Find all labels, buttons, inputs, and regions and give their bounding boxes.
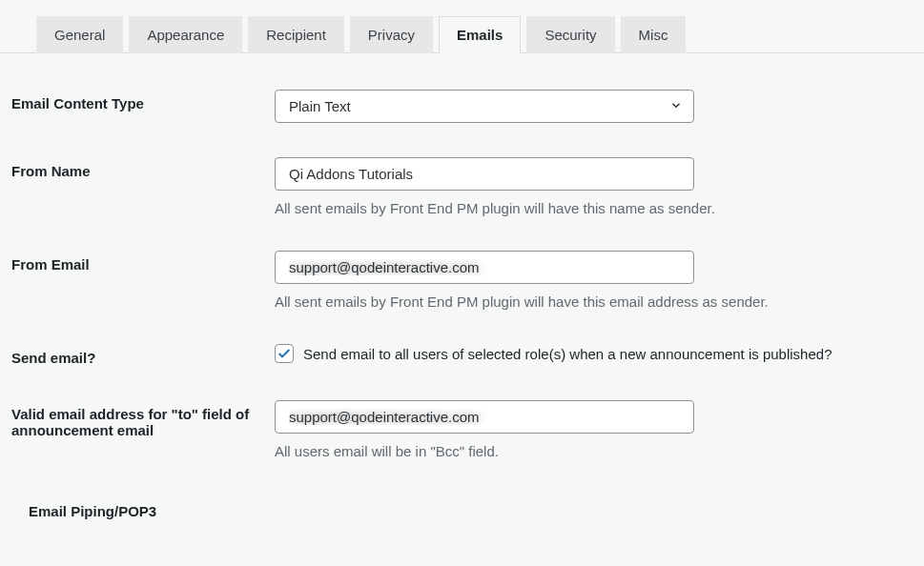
row-valid-email: Valid email address for "to" field of an… [0, 383, 924, 476]
tab-privacy[interactable]: Privacy [350, 16, 433, 53]
from-name-description: All sent emails by Front End PM plugin w… [275, 200, 913, 216]
label-email-content-type: Email Content Type [11, 90, 275, 111]
label-valid-email: Valid email address for "to" field of an… [11, 400, 275, 438]
label-from-email: From Email [11, 251, 275, 273]
row-send-email: Send email? Send email to all users of s… [0, 327, 924, 383]
row-from-name: From Name All sent emails by Front End P… [0, 140, 924, 233]
select-wrap: Plain Text [275, 90, 694, 123]
tab-security[interactable]: Security [526, 16, 614, 53]
send-email-checkbox[interactable] [275, 344, 294, 363]
tab-general[interactable]: General [36, 16, 123, 53]
tabs-container: General Appearance Recipient Privacy Ema… [0, 0, 924, 53]
form-table: Email Content Type Plain Text From Name … [0, 72, 924, 531]
from-name-input[interactable] [275, 157, 694, 191]
tab-emails[interactable]: Emails [439, 16, 521, 53]
email-content-type-select[interactable]: Plain Text [275, 90, 694, 123]
section-heading-email-piping: Email Piping/POP3 [0, 476, 924, 531]
valid-email-input[interactable] [275, 400, 694, 434]
row-email-content-type: Email Content Type Plain Text [0, 72, 924, 140]
tab-appearance[interactable]: Appearance [129, 16, 242, 53]
send-email-checkbox-label: Send email to all users of selected role… [303, 346, 832, 362]
tab-recipient[interactable]: Recipient [248, 16, 344, 53]
label-from-name: From Name [11, 157, 275, 179]
valid-email-description: All users email will be in "Bcc" field. [275, 443, 913, 459]
label-send-email: Send email? [11, 344, 275, 366]
checkbox-wrap: Send email to all users of selected role… [275, 344, 913, 363]
from-email-input[interactable] [275, 251, 694, 284]
row-from-email: From Email All sent emails by Front End … [0, 233, 924, 327]
from-email-description: All sent emails by Front End PM plugin w… [275, 293, 913, 310]
tab-misc[interactable]: Misc [621, 16, 687, 53]
